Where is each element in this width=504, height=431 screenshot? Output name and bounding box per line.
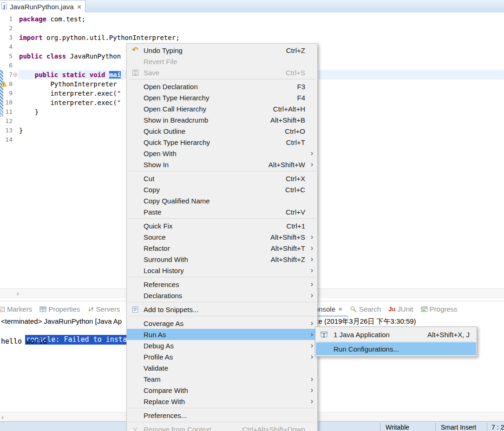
menu-item-label: Replace With bbox=[144, 398, 185, 405]
menu-item-label: Compare With bbox=[144, 386, 188, 394]
console-title-fragment-right: xe (2019年3月26日 下午3:30:59) bbox=[315, 317, 416, 326]
panel-tab-progress[interactable]: Progress bbox=[421, 305, 458, 313]
submenu-item-1-java-application[interactable]: J1 Java ApplicationAlt+Shift+X, J bbox=[316, 328, 476, 341]
fold-column bbox=[13, 24, 19, 33]
writable-indicator: Writable bbox=[386, 424, 409, 431]
menu-item-label: Revert File bbox=[144, 58, 177, 65]
fold-column bbox=[13, 14, 19, 24]
editor-tab[interactable]: J JavaRunPython.java × bbox=[0, 0, 85, 13]
panel-tab-markers[interactable]: Markers bbox=[0, 305, 32, 313]
menu-item-open-with[interactable]: Open With› bbox=[127, 148, 317, 159]
menu-item-compare-with[interactable]: Compare With› bbox=[127, 385, 317, 396]
menu-item-copy-qualified-name[interactable]: Copy Qualified Name bbox=[127, 195, 317, 206]
menu-item-shortcut: F3 bbox=[297, 83, 305, 91]
menu-item-paste[interactable]: PasteCtrl+V bbox=[127, 206, 317, 217]
junit-icon: Ju bbox=[388, 306, 395, 312]
code-line-2[interactable]: 2 bbox=[0, 24, 504, 33]
menu-item-label: Run As bbox=[144, 331, 166, 339]
line-number: 12 bbox=[0, 117, 13, 126]
menu-item-references[interactable]: References› bbox=[127, 279, 317, 290]
submenu-arrow-icon: › bbox=[311, 267, 313, 274]
menu-item-preferences[interactable]: Preferences... bbox=[127, 410, 317, 421]
menu-item-label: Declarations bbox=[144, 292, 182, 300]
menu-item-open-declaration[interactable]: Open DeclarationF3 bbox=[127, 81, 317, 92]
fold-collapse-icon[interactable] bbox=[13, 70, 19, 79]
cursor-position-indicator: 7 : 2 bbox=[491, 424, 504, 431]
fold-column bbox=[13, 42, 19, 52]
code-text: package com.test; bbox=[19, 14, 504, 24]
menu-item-quick-fix[interactable]: Quick FixCtrl+1 bbox=[127, 220, 317, 231]
submenu-arrow-icon: › bbox=[311, 150, 313, 157]
tab-close-icon[interactable]: × bbox=[337, 306, 342, 313]
undo-icon: ↶ bbox=[130, 46, 140, 54]
fold-column bbox=[13, 52, 19, 61]
menu-item-add-to-snippets[interactable]: Add to Snippets... bbox=[127, 304, 317, 315]
panel-tab-search[interactable]: Search bbox=[350, 305, 381, 313]
code-text bbox=[19, 24, 504, 33]
menu-item-label: Undo Typing bbox=[144, 46, 183, 54]
menu-item-shortcut: Ctrl+T bbox=[286, 138, 305, 146]
menu-item-label: Open Type Hierarchy bbox=[144, 94, 209, 102]
scroll-left-icon[interactable]: ‹ bbox=[1, 413, 4, 421]
panel-tab-label: Properties bbox=[48, 305, 80, 313]
svg-text:J: J bbox=[322, 333, 325, 338]
menu-item-label: Team bbox=[144, 375, 161, 383]
menu-item-undo-typing[interactable]: ↶Undo TypingCtrl+Z bbox=[127, 45, 317, 56]
menu-item-label: Show In bbox=[144, 161, 169, 169]
menu-item-label: Add to Snippets... bbox=[144, 306, 198, 313]
panel-tab-junit[interactable]: JuJUnit bbox=[388, 305, 413, 313]
submenu-arrow-icon: › bbox=[311, 320, 313, 327]
panel-tab-label: Markers bbox=[7, 305, 32, 313]
menu-item-copy[interactable]: CopyCtrl+C bbox=[127, 184, 317, 195]
fold-column bbox=[13, 98, 19, 107]
menu-item-shortcut: Alt+Shift+B bbox=[270, 116, 305, 124]
menu-item-show-in[interactable]: Show InAlt+Shift+W› bbox=[127, 159, 317, 170]
menu-item-revert-file: Revert File bbox=[127, 56, 317, 67]
menu-item-label: Quick Type Hierarchy bbox=[144, 138, 210, 146]
statusbar-separator bbox=[435, 423, 436, 431]
svg-text:J: J bbox=[3, 4, 6, 9]
menu-item-coverage-as[interactable]: Coverage As› bbox=[127, 318, 317, 329]
code-line-1[interactable]: 1package com.test; bbox=[0, 14, 504, 24]
submenu-arrow-icon: › bbox=[311, 386, 313, 394]
menu-item-open-type-hierarchy[interactable]: Open Type HierarchyF4 bbox=[127, 92, 317, 103]
console-output-line: hello world bbox=[1, 337, 47, 346]
menu-item-cut[interactable]: CutCtrl+X bbox=[127, 173, 317, 184]
tab-close-icon[interactable]: × bbox=[76, 3, 81, 11]
scroll-left-icon[interactable]: ‹ bbox=[17, 289, 19, 298]
menu-item-profile-as[interactable]: Profile As› bbox=[127, 351, 317, 362]
menu-item-refactor[interactable]: RefactorAlt+Shift+T› bbox=[127, 242, 317, 254]
menu-item-open-call-hierarchy[interactable]: Open Call HierarchyCtrl+Alt+H bbox=[127, 103, 317, 114]
smart-insert-indicator[interactable]: Smart Insert bbox=[441, 424, 476, 431]
save-icon bbox=[130, 69, 140, 76]
menu-item-label: Open With bbox=[144, 150, 177, 157]
submenu-arrow-icon: › bbox=[311, 331, 313, 338]
search-icon bbox=[350, 306, 357, 313]
menu-item-show-in-breadcrumb[interactable]: Show in BreadcrumbAlt+Shift+B bbox=[127, 114, 317, 125]
menu-item-quick-outline[interactable]: Quick OutlineCtrl+O bbox=[127, 125, 317, 137]
menu-item-local-history[interactable]: Local History› bbox=[127, 265, 317, 276]
panel-tabs-right: Console×SearchJuJUnitProgress bbox=[310, 301, 458, 317]
editor-tab-bar: J JavaRunPython.java × bbox=[0, 0, 504, 13]
fold-column bbox=[13, 79, 19, 89]
menu-item-debug-as[interactable]: Debug As› bbox=[127, 340, 317, 351]
menu-item-source[interactable]: SourceAlt+Shift+S› bbox=[127, 231, 317, 242]
submenu-arrow-icon: › bbox=[311, 398, 313, 405]
menu-item-surround-with[interactable]: Surround WithAlt+Shift+Z› bbox=[127, 254, 317, 265]
menu-item-label: Preferences... bbox=[144, 411, 187, 419]
menu-item-label: Show in Breadcrumb bbox=[144, 116, 208, 124]
menu-item-shortcut: Ctrl+S bbox=[286, 69, 305, 77]
menu-item-replace-with[interactable]: Replace With› bbox=[127, 396, 317, 407]
menu-item-save: SaveCtrl+S bbox=[127, 67, 317, 78]
panel-tab-properties[interactable]: Properties bbox=[39, 305, 80, 313]
menu-item-run-as[interactable]: Run As› bbox=[127, 329, 317, 340]
menu-item-validate[interactable]: Validate bbox=[127, 362, 317, 373]
submenu-item-run-configurations[interactable]: Run Configurations... bbox=[316, 342, 476, 355]
menu-item-declarations[interactable]: Declarations› bbox=[127, 290, 317, 301]
code-line-3[interactable]: 3import org.python.util.PythonInterprete… bbox=[0, 33, 504, 42]
menu-item-quick-type-hierarchy[interactable]: Quick Type HierarchyCtrl+T bbox=[127, 137, 317, 148]
snippets-icon bbox=[130, 306, 140, 313]
panel-tab-servers[interactable]: Servers bbox=[88, 305, 120, 313]
submenu-item-shortcut: Alt+Shift+X, J bbox=[427, 331, 470, 339]
menu-item-team[interactable]: Team› bbox=[127, 373, 317, 385]
